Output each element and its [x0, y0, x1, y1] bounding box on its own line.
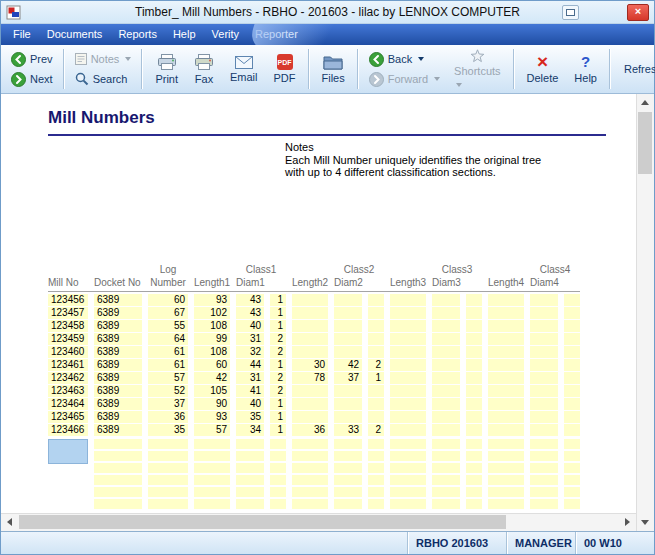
table-cell[interactable]	[530, 411, 558, 423]
table-cell[interactable]: 6389	[94, 398, 142, 410]
table-cell[interactable]	[466, 385, 482, 397]
shortcuts-button[interactable]: Shortcuts	[446, 46, 508, 92]
table-cell-empty[interactable]	[530, 487, 558, 497]
table-cell[interactable]: 33	[334, 424, 362, 436]
horizontal-scroll-thumb[interactable]	[19, 515, 506, 529]
table-cell-empty[interactable]	[466, 439, 482, 449]
table-cell[interactable]	[368, 294, 384, 306]
table-cell-empty[interactable]	[148, 451, 188, 461]
table-cell[interactable]: 108	[194, 346, 230, 358]
table-cell-empty[interactable]	[334, 439, 362, 449]
table-cell[interactable]	[488, 320, 524, 332]
table-cell-empty[interactable]	[390, 463, 426, 473]
delete-button[interactable]: × Delete	[519, 46, 567, 92]
table-cell-empty[interactable]	[148, 463, 188, 473]
restore-button[interactable]	[562, 5, 579, 20]
table-cell[interactable]	[564, 398, 580, 410]
table-cell-empty[interactable]	[194, 463, 230, 473]
table-cell-empty[interactable]	[194, 451, 230, 461]
table-cell-empty[interactable]	[94, 451, 142, 461]
scroll-left-button[interactable]	[1, 514, 18, 530]
table-cell[interactable]: 57	[194, 424, 230, 436]
table-cell[interactable]: 37	[148, 398, 188, 410]
table-cell[interactable]	[466, 424, 482, 436]
menu-reports[interactable]: Reports	[110, 24, 165, 45]
table-cell[interactable]: 64	[148, 333, 188, 345]
table-cell[interactable]: 78	[292, 372, 328, 384]
table-cell-empty[interactable]	[488, 487, 524, 497]
print-button[interactable]: Print	[147, 46, 186, 92]
table-cell[interactable]	[530, 385, 558, 397]
table-cell-empty[interactable]	[270, 475, 286, 485]
table-cell-empty[interactable]	[236, 475, 264, 485]
table-cell[interactable]	[564, 385, 580, 397]
table-cell-empty[interactable]	[292, 439, 328, 449]
table-cell[interactable]: 1	[270, 424, 286, 436]
table-cell[interactable]	[390, 333, 426, 345]
table-cell[interactable]	[432, 359, 460, 371]
table-cell[interactable]: 123456	[48, 294, 88, 306]
table-cell[interactable]: 60	[148, 294, 188, 306]
table-cell-empty[interactable]	[236, 463, 264, 473]
table-cell[interactable]	[390, 320, 426, 332]
table-cell[interactable]	[564, 359, 580, 371]
table-cell-empty[interactable]	[530, 499, 558, 509]
table-cell[interactable]	[334, 346, 362, 358]
table-cell-empty[interactable]	[270, 499, 286, 509]
files-button[interactable]: Files	[314, 46, 353, 92]
table-cell-empty[interactable]	[466, 451, 482, 461]
table-cell-empty[interactable]	[488, 463, 524, 473]
table-cell-empty[interactable]	[94, 463, 142, 473]
table-cell-empty[interactable]	[530, 463, 558, 473]
table-cell[interactable]	[292, 411, 328, 423]
table-cell-empty[interactable]	[148, 499, 188, 509]
table-cell[interactable]	[432, 411, 460, 423]
table-cell[interactable]: 93	[194, 411, 230, 423]
table-cell[interactable]	[564, 294, 580, 306]
table-cell[interactable]: 123466	[48, 424, 88, 436]
table-cell[interactable]: 34	[236, 424, 264, 436]
scroll-down-button[interactable]	[637, 514, 653, 531]
table-cell-empty[interactable]	[390, 499, 426, 509]
table-cell[interactable]	[488, 424, 524, 436]
table-cell[interactable]: 2	[270, 346, 286, 358]
table-cell[interactable]	[488, 372, 524, 384]
table-cell[interactable]: 108	[194, 320, 230, 332]
table-cell-empty[interactable]	[270, 451, 286, 461]
table-cell-empty[interactable]	[94, 499, 142, 509]
table-cell-empty[interactable]	[488, 499, 524, 509]
vertical-scrollbar[interactable]	[636, 94, 654, 531]
table-cell[interactable]: 40	[236, 398, 264, 410]
table-cell[interactable]	[564, 307, 580, 319]
table-cell[interactable]: 1	[270, 294, 286, 306]
table-cell-empty[interactable]	[236, 487, 264, 497]
table-cell[interactable]: 1	[270, 359, 286, 371]
table-cell[interactable]: 43	[236, 294, 264, 306]
table-cell[interactable]	[488, 385, 524, 397]
table-cell[interactable]	[564, 346, 580, 358]
table-cell-empty[interactable]	[432, 487, 460, 497]
table-cell[interactable]: 6389	[94, 333, 142, 345]
table-cell-empty[interactable]	[466, 475, 482, 485]
table-cell-empty[interactable]	[334, 463, 362, 473]
table-cell[interactable]	[292, 307, 328, 319]
table-cell-empty[interactable]	[390, 487, 426, 497]
back-button[interactable]: Back	[365, 51, 444, 68]
table-cell[interactable]	[432, 307, 460, 319]
table-cell[interactable]: 1	[270, 320, 286, 332]
table-cell[interactable]	[488, 294, 524, 306]
table-cell[interactable]	[334, 294, 362, 306]
table-cell[interactable]: 42	[334, 359, 362, 371]
table-cell[interactable]: 6389	[94, 346, 142, 358]
table-cell[interactable]: 57	[148, 372, 188, 384]
table-cell[interactable]: 2	[368, 359, 384, 371]
table-cell[interactable]	[432, 333, 460, 345]
table-cell-empty[interactable]	[488, 451, 524, 461]
table-cell[interactable]	[432, 294, 460, 306]
table-cell[interactable]: 6389	[94, 359, 142, 371]
vertical-scroll-thumb[interactable]	[638, 112, 652, 174]
menu-documents[interactable]: Documents	[39, 24, 111, 45]
table-cell[interactable]: 1	[368, 372, 384, 384]
table-cell[interactable]	[488, 346, 524, 358]
table-cell-empty[interactable]	[194, 499, 230, 509]
